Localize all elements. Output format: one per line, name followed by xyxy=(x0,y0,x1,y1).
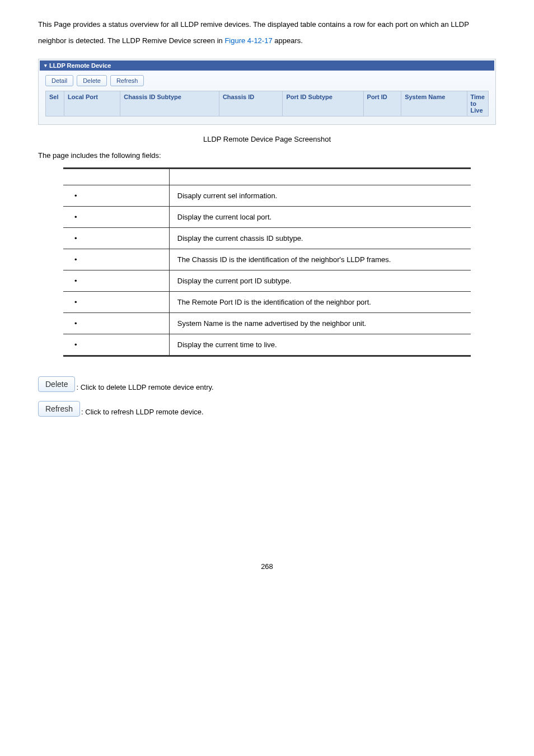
panel-title: LLDP Remote Device xyxy=(49,62,111,69)
field-name xyxy=(63,292,169,313)
refresh-button-description-row: Refresh : Click to refresh LLDP remote d… xyxy=(38,401,496,417)
fields-header-blank-1 xyxy=(63,169,169,185)
detail-button[interactable]: Detail xyxy=(45,75,73,86)
figure-link[interactable]: Figure 4-12-17 xyxy=(224,36,272,45)
chevron-down-icon: ▾ xyxy=(44,63,47,68)
field-desc: Display the current chassis ID subtype. xyxy=(169,228,471,249)
field-desc: Display the current time to live. xyxy=(169,334,471,356)
table-row: System Name is the name advertised by th… xyxy=(63,313,471,334)
col-local-port: Local Port xyxy=(64,91,120,116)
table-row: Display the current local port. xyxy=(63,207,471,228)
table-row: Display the current port ID subtype. xyxy=(63,270,471,292)
table-row: The Remote Port ID is the identification… xyxy=(63,292,471,313)
field-desc: The Remote Port ID is the identification… xyxy=(169,292,471,313)
table-row: The Chassis ID is the identification of … xyxy=(63,249,471,270)
field-desc: Display the current local port. xyxy=(169,207,471,228)
fields-header-blank-2 xyxy=(169,169,471,185)
field-desc: Display the current port ID subtype. xyxy=(169,270,471,292)
col-chassis-id-subtype: Chassis ID Subtype xyxy=(120,91,219,116)
grid-header-row: Sel Local Port Chassis ID Subtype Chassi… xyxy=(45,91,489,116)
col-port-id-subtype: Port ID Subtype xyxy=(283,91,363,116)
refresh-button-desc: : Click to refresh LLDP remote device. xyxy=(81,408,204,417)
refresh-button[interactable]: Refresh xyxy=(110,75,144,86)
panel-button-row: Detail Delete Refresh xyxy=(40,71,494,91)
field-name xyxy=(63,313,169,334)
delete-button-image[interactable]: Delete xyxy=(38,376,75,392)
field-name xyxy=(63,207,169,228)
field-desc: Disaply current sel information. xyxy=(169,185,471,207)
col-sel: Sel xyxy=(46,91,64,116)
fields-intro: The page includes the following fields: xyxy=(38,151,496,160)
field-desc: The Chassis ID is the identification of … xyxy=(169,249,471,270)
fields-header-row xyxy=(63,169,471,185)
col-system-name: System Name xyxy=(401,91,467,116)
screenshot-caption: LLDP Remote Device Page Screenshot xyxy=(38,135,496,143)
refresh-button-image[interactable]: Refresh xyxy=(38,401,80,417)
intro-paragraph: This Page provides a status overview for… xyxy=(38,17,496,49)
table-row: Disaply current sel information. xyxy=(63,185,471,207)
table-row: Display the current time to live. xyxy=(63,334,471,356)
fields-table: Disaply current sel information. Display… xyxy=(63,167,471,357)
field-name xyxy=(63,249,169,270)
delete-button-description-row: Delete : Click to delete LLDP remote dev… xyxy=(38,376,496,392)
field-name xyxy=(63,228,169,249)
field-desc: System Name is the name advertised by th… xyxy=(169,313,471,334)
col-port-id: Port ID xyxy=(364,91,402,116)
field-name xyxy=(63,334,169,356)
lldp-remote-device-panel: ▾ LLDP Remote Device Detail Delete Refre… xyxy=(38,59,496,125)
field-name xyxy=(63,185,169,207)
table-row: Display the current chassis ID subtype. xyxy=(63,228,471,249)
col-time-to-live: Time to Live xyxy=(467,91,488,116)
delete-button-desc: : Click to delete LLDP remote device ent… xyxy=(76,383,213,392)
field-name xyxy=(63,270,169,292)
panel-titlebar: ▾ LLDP Remote Device xyxy=(40,60,494,71)
page-number: 268 xyxy=(38,562,496,571)
col-chassis-id: Chassis ID xyxy=(219,91,283,116)
delete-button[interactable]: Delete xyxy=(77,75,107,86)
intro-text-2: appears. xyxy=(273,36,303,45)
